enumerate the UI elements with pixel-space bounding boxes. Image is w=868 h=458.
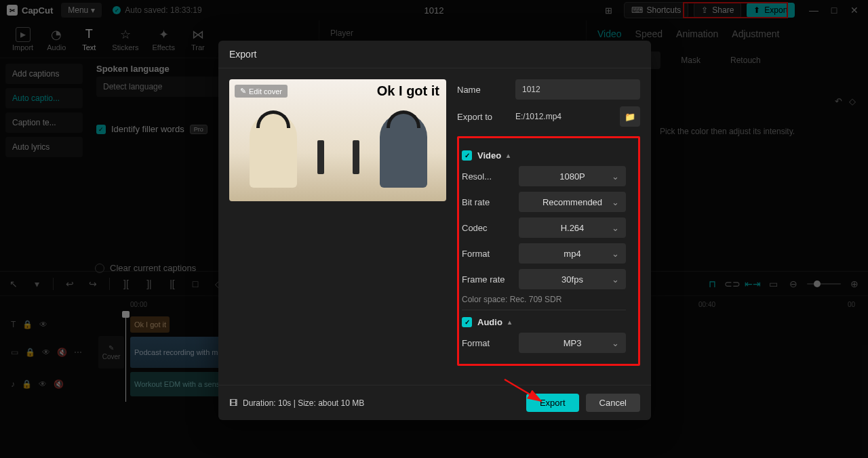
bitrate-select[interactable]: Recommended bbox=[519, 192, 626, 212]
pencil-icon: ✎ bbox=[240, 87, 246, 96]
chevron-up-icon: ▴ bbox=[508, 318, 511, 326]
thumb-caption: Ok I got it bbox=[377, 83, 439, 99]
export-footer-info: 🎞 Duration: 10s | Size: about 10 MB bbox=[229, 398, 364, 408]
export-to-label: Export to bbox=[457, 112, 509, 122]
chevron-up-icon: ▴ bbox=[507, 152, 510, 159]
audio-format-select[interactable]: MP3 bbox=[519, 333, 626, 353]
resolution-select[interactable]: 1080P bbox=[519, 166, 626, 186]
format-select[interactable]: mp4 bbox=[519, 243, 626, 264]
codec-label: Codec bbox=[462, 223, 519, 233]
film-icon: 🎞 bbox=[229, 398, 237, 408]
format-label: Format bbox=[462, 249, 519, 259]
folder-icon: 📁 bbox=[625, 112, 635, 122]
check-icon: ✓ bbox=[462, 317, 472, 327]
annotation-box-settings: ✓ Video ▴ Resol... 1080P Bit rate Recomm… bbox=[457, 136, 640, 366]
modal-cancel-button[interactable]: Cancel bbox=[586, 394, 640, 412]
video-section-toggle[interactable]: ✓ Video ▴ bbox=[462, 150, 626, 161]
name-input[interactable] bbox=[515, 79, 640, 100]
resolution-label: Resol... bbox=[462, 171, 519, 182]
framerate-label: Frame rate bbox=[462, 274, 519, 285]
bitrate-label: Bit rate bbox=[462, 197, 519, 207]
framerate-select[interactable]: 30fps bbox=[519, 269, 626, 289]
export-path: E:/1012.mp4 bbox=[515, 106, 613, 127]
export-modal: Export Ok I got it ✎Edit cover Name bbox=[218, 41, 651, 420]
browse-folder-button[interactable]: 📁 bbox=[620, 106, 640, 127]
modal-export-button[interactable]: Export bbox=[526, 394, 579, 412]
export-preview-thumb: Ok I got it ✎Edit cover bbox=[229, 79, 446, 201]
codec-select[interactable]: H.264 bbox=[519, 217, 626, 238]
name-label: Name bbox=[457, 85, 509, 95]
edit-cover-button[interactable]: ✎Edit cover bbox=[235, 85, 288, 98]
audio-format-label: Format bbox=[462, 338, 519, 348]
audio-section-toggle[interactable]: ✓ Audio ▴ bbox=[462, 317, 626, 327]
modal-title: Export bbox=[218, 41, 651, 68]
check-icon: ✓ bbox=[462, 150, 472, 161]
colorspace-note: Color space: Rec. 709 SDR bbox=[462, 295, 626, 304]
